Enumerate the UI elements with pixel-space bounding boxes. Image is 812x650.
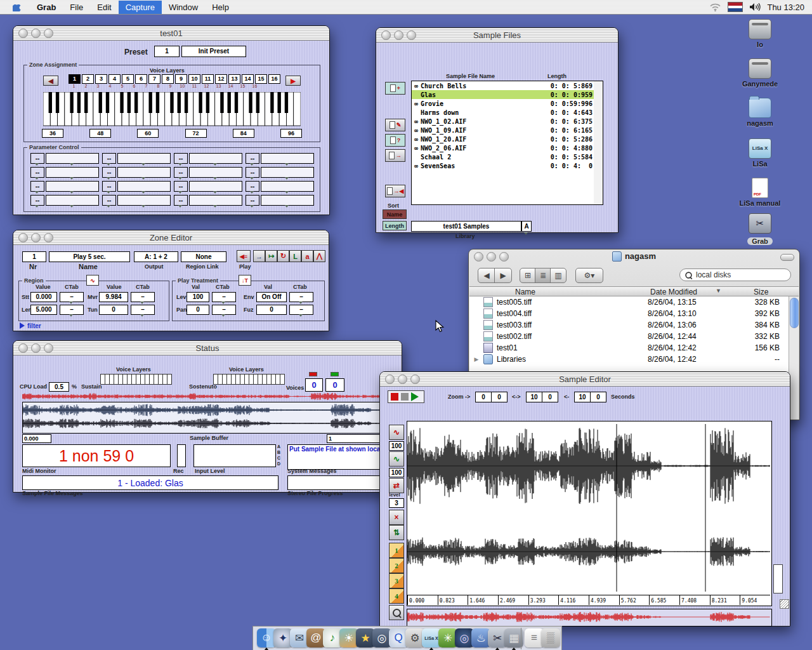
param-target-popup[interactable] — [117, 195, 171, 206]
menu-item-edit[interactable]: Edit — [90, 1, 118, 14]
range-field-1[interactable]: 10 — [526, 392, 542, 402]
preset-name-field[interactable]: Init Preset — [181, 46, 246, 57]
action-button[interactable]: ⚙▾ — [575, 268, 603, 283]
snapshot-3-button[interactable]: 3 — [389, 573, 404, 588]
param-source-popup[interactable]: -- — [102, 167, 116, 178]
dock-icon-trash[interactable]: ▒ — [541, 628, 560, 647]
param-value-field-stt[interactable]: 0.000 — [30, 292, 57, 302]
test01-titlebar[interactable]: test01 — [13, 26, 329, 41]
param-source-popup[interactable]: -- — [246, 153, 259, 164]
param-source-popup[interactable]: -- — [174, 181, 188, 192]
param-value-field-mvr[interactable]: 9.984 — [99, 292, 128, 302]
zone-output-field[interactable]: A: 1 + 2 — [134, 251, 178, 262]
param-source-popup[interactable]: -- — [174, 153, 188, 164]
param-source-popup[interactable]: -- — [174, 195, 188, 206]
param-target-popup[interactable] — [261, 195, 314, 206]
disclosure-triangle[interactable]: ▶ — [469, 356, 483, 362]
zone-region-link-field[interactable]: None — [181, 251, 226, 262]
column-size[interactable]: Size — [754, 288, 768, 296]
param-ctab-popup-fuz[interactable]: – — [289, 305, 313, 315]
param-target-popup[interactable] — [46, 167, 99, 178]
layer-prev-button[interactable]: ◀ — [43, 76, 58, 86]
snapshot-4-button[interactable]: 4 — [389, 588, 404, 604]
snapshot-1-button[interactable]: 1 — [389, 543, 404, 558]
param-ctab-popup-env[interactable]: – — [289, 292, 313, 302]
voice-layer-button-13[interactable]: 13 — [228, 74, 240, 84]
param-target-popup[interactable] — [189, 167, 242, 178]
param-target-popup[interactable] — [117, 153, 171, 164]
waveform-display[interactable]: 0.0000.8231.6462.4693.2934.1164.9395.762… — [407, 421, 772, 606]
scrollbar-thumb[interactable] — [790, 298, 799, 328]
sample-file-row[interactable]: ∞Grovie0: 0:59:996 — [412, 99, 594, 108]
finder-titlebar[interactable]: nagasm — [469, 249, 799, 263]
voice-layer-button-16[interactable]: 16 — [268, 74, 280, 84]
param-source-popup[interactable]: -- — [102, 195, 116, 206]
sample-file-row[interactable]: ∞NWO_1_09.AIF0: 0: 6:165 — [412, 126, 594, 135]
voice-layer-button-5[interactable]: 5 — [122, 74, 134, 84]
sample-editor-titlebar[interactable]: Sample Editor — [380, 372, 790, 387]
layer-next-button[interactable]: ▶ — [285, 76, 301, 86]
piano-keyboard[interactable] — [43, 92, 301, 126]
query-sample-button[interactable]: ? — [385, 134, 405, 147]
normalize-button[interactable]: ⇅ — [389, 525, 404, 540]
finder-row-libraries[interactable]: ▶Libraries8/26/04, 12:42-- — [469, 354, 789, 365]
param-target-popup[interactable] — [189, 153, 242, 164]
desktop-icon-io[interactable]: Io — [730, 19, 790, 48]
param-ctab-popup-len[interactable]: – — [60, 305, 84, 315]
param-target-popup[interactable] — [46, 195, 99, 206]
finder-row-test01[interactable]: test018/26/04, 12:42156 KB — [469, 342, 789, 354]
param-source-popup[interactable]: -- — [102, 153, 116, 164]
sample-file-row[interactable]: ∞SevenSeas0: 0: 4: 0 — [412, 161, 594, 170]
filter-label[interactable]: filter — [27, 322, 41, 329]
preset-number-field[interactable]: 1 — [154, 46, 180, 57]
sample-file-row[interactable]: ∞NWO_1_02.AIF0: 0: 6:375 — [412, 117, 594, 126]
forward-button[interactable]: ▶ — [494, 268, 512, 283]
dutch-flag-input-menu[interactable] — [728, 2, 743, 12]
zoom-field-1[interactable]: 0 — [475, 392, 492, 402]
param-source-popup[interactable]: -- — [246, 181, 259, 192]
param-value-field-pan[interactable]: 0 — [187, 305, 209, 315]
app-menu[interactable]: Grab — [30, 1, 63, 14]
zoom-tool-button[interactable] — [389, 605, 404, 620]
library-stepper-arrow[interactable] — [524, 232, 528, 235]
param-source-popup[interactable]: -- — [30, 181, 44, 192]
pause-button[interactable] — [401, 393, 409, 401]
list-view-button[interactable]: ≣ — [535, 268, 551, 283]
voice-layer-button-1[interactable]: 1 — [69, 74, 81, 84]
desktop-icon-grab[interactable]: Grab — [730, 213, 790, 246]
menu-clock[interactable]: Thu 13:20 — [767, 3, 804, 12]
loop-button[interactable]: ↻ — [277, 250, 289, 262]
param-source-popup[interactable]: -- — [174, 167, 188, 178]
sample-buffer-display[interactable] — [22, 402, 394, 434]
finder-row-test004-tiff[interactable]: test004.tiff8/26/04, 13:10392 KB — [469, 308, 789, 319]
library-field[interactable]: test01 Samples — [411, 221, 521, 232]
search-field[interactable]: local disks — [679, 269, 791, 281]
play-treatment-icon[interactable]: ↓T — [239, 275, 251, 286]
param-target-popup[interactable] — [117, 167, 171, 178]
finder-row-test002-tiff[interactable]: test002.tiff8/26/04, 12:44332 KB — [469, 331, 789, 342]
sample-file-row[interactable]: ∞NWO_2_06.AIF0: 0: 4:880 — [412, 143, 594, 152]
menu-item-window[interactable]: Window — [162, 1, 205, 14]
column-date-modified[interactable]: Date Modified — [650, 288, 697, 296]
param-target-popup[interactable] — [261, 181, 314, 192]
param-source-popup[interactable]: -- — [246, 167, 259, 178]
sample-file-list[interactable]: ∞Church Bells0: 0: 5:869Glas0: 0: 0:959∞… — [411, 81, 595, 205]
param-value-field-fuz[interactable]: 0 — [256, 305, 287, 315]
param-target-popup[interactable] — [46, 181, 99, 192]
param-source-popup[interactable]: -- — [30, 195, 44, 206]
finder-row-test003-tiff[interactable]: test003.tiff8/26/04, 13:06384 KB — [469, 319, 789, 331]
column-name[interactable]: Name — [515, 288, 535, 296]
status-titlebar[interactable]: Status — [13, 341, 402, 355]
delete-sample-button[interactable]: → — [385, 149, 405, 162]
voice-layer-button-6[interactable]: 6 — [135, 74, 147, 84]
zone-name-field[interactable]: Play 5 sec. — [49, 251, 130, 262]
param-source-popup[interactable]: -- — [30, 167, 44, 178]
play-button[interactable] — [411, 392, 419, 401]
edit-sample-button[interactable]: ✎ — [385, 119, 405, 131]
voice-layer-button-7[interactable]: 7 — [148, 74, 160, 84]
sample-file-row[interactable]: Glas0: 0: 0:959 — [412, 90, 594, 99]
level-field[interactable]: 3 — [389, 498, 404, 508]
menu-item-file[interactable]: File — [63, 1, 90, 14]
grow-box[interactable] — [780, 599, 789, 609]
back-button[interactable]: ◀ — [478, 268, 495, 283]
